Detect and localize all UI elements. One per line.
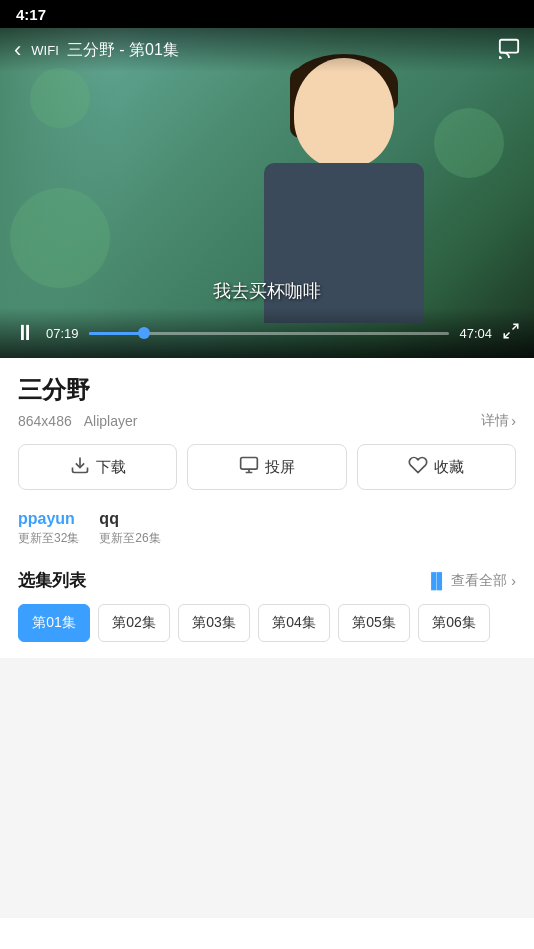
video-player[interactable]: 我去买杯咖啡 ‹ WIFI 三分野 - 第01集 ⏸ 07:19 47:04 [0, 28, 534, 358]
download-label: 下载 [96, 458, 126, 477]
episode-label-3: 第03集 [192, 614, 236, 632]
bg-circle-2 [10, 188, 110, 288]
source-tab-ppayun[interactable]: ppayun 更新至32集 [18, 510, 79, 547]
episode-grid: 第01集 第02集 第03集 第04集 第05集 第06集 [18, 604, 516, 642]
episode-button-2[interactable]: 第02集 [98, 604, 170, 642]
source-name-ppayun: ppayun [18, 510, 75, 528]
video-subtitle: 我去买杯咖啡 [213, 279, 321, 303]
heart-icon [408, 455, 428, 480]
episode-label-4: 第04集 [272, 614, 316, 632]
episode-label-5: 第05集 [352, 614, 396, 632]
total-time: 47:04 [459, 326, 492, 341]
cast-screen-icon [239, 455, 259, 480]
view-all-button[interactable]: ▐▌ 查看全部 › [426, 572, 516, 590]
content-area: 三分野 864x486 Aliplayer 详情 › 下载 [0, 358, 534, 642]
episode-section: 选集列表 ▐▌ 查看全部 › 第01集 第02集 第03集 第04集 第05集 [18, 569, 516, 642]
view-all-arrow-icon: › [511, 573, 516, 589]
episode-section-header: 选集列表 ▐▌ 查看全部 › [18, 569, 516, 592]
cast-label: 投屏 [265, 458, 295, 477]
bg-circle-1 [30, 68, 90, 128]
fullscreen-button[interactable] [502, 322, 520, 345]
current-time: 07:19 [46, 326, 79, 341]
detail-link[interactable]: 详情 › [481, 412, 516, 430]
episode-button-1[interactable]: 第01集 [18, 604, 90, 642]
svg-line-3 [504, 332, 509, 337]
episode-button-5[interactable]: 第05集 [338, 604, 410, 642]
detail-arrow-icon: › [511, 413, 516, 429]
source-tabs: ppayun 更新至32集 qq 更新至26集 [18, 510, 516, 549]
episode-label-1: 第01集 [32, 614, 76, 632]
bottom-area [0, 658, 534, 918]
show-resolution: 864x486 [18, 413, 72, 429]
video-controls[interactable]: ⏸ 07:19 47:04 [0, 308, 534, 358]
status-bar: 4:17 [0, 0, 534, 28]
person-head [294, 58, 394, 168]
favorite-label: 收藏 [434, 458, 464, 477]
svg-point-1 [499, 57, 501, 59]
show-title: 三分野 [18, 374, 516, 406]
show-meta: 864x486 Aliplayer 详情 › [18, 412, 516, 430]
svg-rect-0 [500, 39, 518, 52]
cast-screen-button[interactable]: 投屏 [187, 444, 346, 490]
episode-label-6: 第06集 [432, 614, 476, 632]
action-buttons: 下载 投屏 收藏 [18, 444, 516, 490]
progress-bar[interactable] [89, 332, 450, 335]
episode-label-2: 第02集 [112, 614, 156, 632]
favorite-button[interactable]: 收藏 [357, 444, 516, 490]
download-icon [70, 455, 90, 480]
progress-fill [89, 332, 145, 335]
status-time: 4:17 [16, 6, 46, 23]
back-button[interactable]: ‹ [14, 37, 21, 63]
view-all-label: 查看全部 [451, 572, 507, 590]
detail-label: 详情 [481, 412, 509, 430]
show-player: Aliplayer [84, 413, 138, 429]
download-button[interactable]: 下载 [18, 444, 177, 490]
cast-button[interactable] [498, 37, 520, 64]
source-name-qq: qq [99, 510, 119, 528]
episode-button-6[interactable]: 第06集 [418, 604, 490, 642]
video-topbar: ‹ WIFI 三分野 - 第01集 [0, 28, 534, 72]
source-update-ppayun: 更新至32集 [18, 530, 79, 547]
progress-dot [138, 327, 150, 339]
wifi-label: WIFI [31, 43, 58, 58]
svg-rect-5 [241, 457, 258, 469]
source-tab-qq[interactable]: qq 更新至26集 [99, 510, 160, 547]
video-title: 三分野 - 第01集 [67, 40, 498, 61]
source-update-qq: 更新至26集 [99, 530, 160, 547]
episode-section-title: 选集列表 [18, 569, 86, 592]
bar-chart-icon: ▐▌ [426, 572, 447, 589]
episode-button-3[interactable]: 第03集 [178, 604, 250, 642]
episode-button-4[interactable]: 第04集 [258, 604, 330, 642]
play-pause-button[interactable]: ⏸ [14, 320, 36, 346]
svg-line-2 [513, 324, 518, 329]
